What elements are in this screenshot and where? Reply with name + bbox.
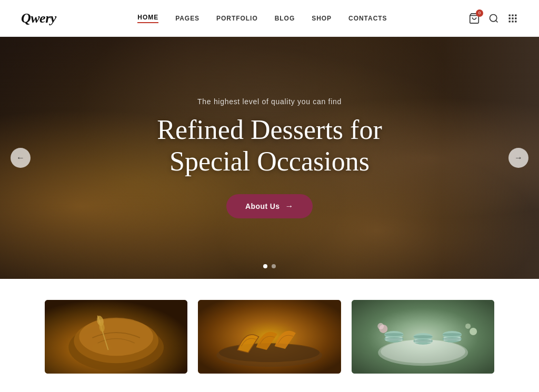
site-logo[interactable]: Qwery [21,11,56,26]
hero-content: The highest level of quality you can fin… [0,37,539,279]
card-macarons[interactable] [352,300,494,374]
svg-point-34 [413,335,432,338]
svg-point-28 [384,337,403,340]
cards-section [0,279,539,374]
hero-title: Refined Desserts for Special Occasions [157,114,382,177]
hero-next-button[interactable]: → [508,148,528,168]
svg-point-33 [413,339,432,343]
nav-item-shop[interactable]: SHOP [312,15,332,22]
svg-point-1 [490,14,497,21]
svg-rect-11 [515,21,516,22]
nav-item-contacts[interactable]: CONTACTS [348,15,387,22]
next-arrow-icon: → [514,153,523,163]
svg-point-38 [443,337,462,340]
svg-point-43 [465,324,471,329]
svg-rect-7 [512,17,513,19]
card-bread[interactable] [45,300,187,374]
hero-cta-button[interactable]: About Us → [226,194,313,218]
card-2-background [198,300,341,374]
search-button[interactable] [488,13,499,24]
svg-point-41 [377,323,384,329]
prev-arrow-icon: ← [16,153,25,163]
hero-dots [263,264,276,268]
cart-badge: 0 [476,9,483,17]
card-1-background [45,300,187,374]
svg-line-2 [496,20,498,22]
nav-item-pages[interactable]: PAGES [175,15,199,22]
svg-rect-5 [515,14,516,16]
card-croissants[interactable] [198,300,341,374]
hero-cta-label: About Us [245,202,280,210]
nav-item-blog[interactable]: BLOG [275,15,295,22]
hero-title-line2: Special Occasions [169,146,370,176]
nav-item-home[interactable]: HOME [137,14,158,23]
svg-rect-4 [512,14,513,16]
hero-dot-2[interactable] [272,264,276,268]
svg-point-39 [443,333,462,336]
main-nav: HOME PAGES PORTFOLIO BLOG SHOP CONTACTS [137,14,387,23]
svg-point-15 [79,318,153,356]
cart-icon-wrap[interactable]: 0 [468,13,480,24]
hero-dot-1[interactable] [263,264,267,268]
svg-point-29 [384,333,403,336]
svg-point-42 [470,328,477,335]
site-header: Qwery HOME PAGES PORTFOLIO BLOG SHOP CON… [0,0,539,37]
hero-cta-arrow: → [285,202,294,211]
nav-item-portfolio[interactable]: PORTFOLIO [216,15,258,22]
card-3-background [352,300,494,374]
hero-title-line1: Refined Desserts for [157,115,382,145]
svg-rect-6 [509,17,511,19]
svg-rect-10 [512,21,513,22]
hero-subtitle: The highest level of quality you can fin… [197,97,342,106]
svg-rect-3 [509,14,511,16]
header-icons: 0 [468,13,518,24]
hero-prev-button[interactable]: ← [11,148,31,168]
svg-rect-8 [515,17,516,19]
svg-rect-9 [509,21,511,22]
hero-section: The highest level of quality you can fin… [0,37,539,279]
grid-menu-button[interactable] [507,13,518,24]
